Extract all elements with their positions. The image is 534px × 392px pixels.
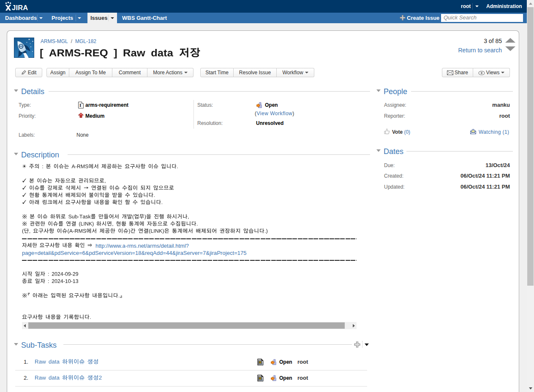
- svg-text:JIRA: JIRA: [12, 4, 28, 11]
- svg-text:I: I: [79, 103, 81, 108]
